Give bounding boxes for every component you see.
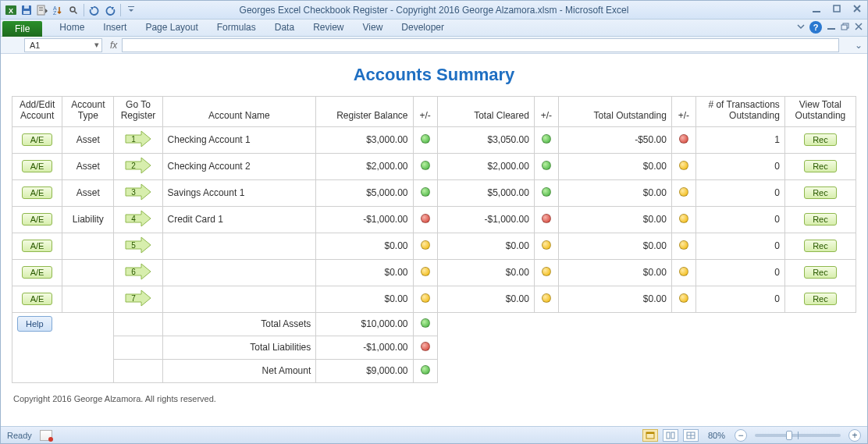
close-doc-icon[interactable] (855, 22, 863, 33)
view-outstanding-button[interactable]: Rec (804, 240, 837, 252)
minimize-icon[interactable] (809, 2, 824, 15)
header-view: View Total Outstanding (784, 97, 856, 127)
qat-dropdown-icon[interactable] (124, 3, 138, 17)
account-type-cell: Asset (62, 179, 114, 206)
register-balance-cell: $2,000.00 (316, 153, 413, 179)
copyright-text: Copyright 2016 George Alzamora. All righ… (13, 394, 855, 403)
status-dot-icon (679, 267, 688, 276)
transactions-outstanding-cell: 1 (695, 126, 784, 153)
macro-record-icon[interactable] (40, 430, 52, 441)
formula-input[interactable] (122, 38, 839, 52)
svg-rect-28 (671, 432, 674, 439)
status-dot-icon (421, 293, 430, 303)
view-pagebreak-button[interactable] (683, 429, 699, 442)
file-tab[interactable]: File (2, 21, 42, 37)
total-outstanding-cell: $0.00 (558, 286, 671, 312)
titlebar: X AZ Georges Excel Checkbook Register - … (1, 1, 867, 20)
view-outstanding-button[interactable]: Rec (804, 133, 837, 146)
help-icon[interactable]: ? (809, 21, 822, 34)
view-normal-button[interactable] (642, 429, 658, 442)
total-cleared-cell: $0.00 (437, 286, 534, 312)
header-goto: Go To Register (114, 97, 162, 127)
status-dot-icon (679, 240, 688, 250)
restore-icon[interactable] (830, 2, 844, 15)
tab-page-layout[interactable]: Page Layout (136, 20, 207, 36)
status-dot-icon (421, 187, 430, 197)
table-header-row: Add/Edit Account Account Type Go To Regi… (12, 97, 856, 127)
sort-asc-icon[interactable]: AZ (51, 3, 65, 17)
register-balance-cell: $5,000.00 (316, 179, 413, 206)
account-name-cell: Savings Account 1 (162, 179, 316, 206)
excel-icon[interactable]: X (4, 3, 18, 17)
register-balance-cell: $0.00 (316, 286, 413, 312)
svg-rect-17 (841, 25, 847, 30)
ribbon-caret-icon[interactable] (797, 22, 805, 33)
svg-rect-15 (827, 28, 835, 30)
add-edit-button[interactable]: A/E (22, 160, 53, 172)
formula-expand-icon[interactable]: ⌄ (855, 40, 863, 51)
save-icon[interactable] (20, 3, 34, 17)
fx-label[interactable]: fx (110, 40, 117, 51)
ribbon: File HomeInsertPage LayoutFormulasDataRe… (1, 20, 867, 37)
tab-developer[interactable]: Developer (392, 20, 454, 36)
quick-access-toolbar: X AZ (4, 3, 138, 17)
status-dot-icon (421, 134, 430, 144)
goto-register-button[interactable]: 5 (124, 236, 152, 254)
add-edit-button[interactable]: A/E (22, 293, 53, 305)
tab-home[interactable]: Home (50, 20, 94, 36)
status-dot-icon (421, 161, 430, 170)
add-edit-button[interactable]: A/E (22, 213, 53, 226)
page-title: Accounts Summary (12, 65, 856, 85)
add-edit-button[interactable]: A/E (22, 133, 53, 146)
view-outstanding-button[interactable]: Rec (804, 293, 837, 305)
transactions-outstanding-cell: 0 (695, 233, 784, 259)
add-edit-button[interactable]: A/E (22, 266, 53, 279)
chevron-down-icon[interactable]: ▾ (94, 40, 99, 50)
view-pagelayout-button[interactable] (663, 429, 678, 442)
total-cleared-cell: $0.00 (437, 259, 534, 286)
view-outstanding-button[interactable]: Rec (804, 213, 837, 226)
zoom-in-button[interactable]: + (848, 429, 861, 442)
status-dot-icon (679, 293, 688, 303)
status-dot-icon (542, 161, 551, 170)
tab-view[interactable]: View (354, 20, 393, 36)
zoom-slider[interactable] (755, 434, 841, 437)
view-outstanding-button[interactable]: Rec (804, 186, 837, 199)
name-box[interactable]: A1 ▾ (24, 38, 102, 52)
undo-icon[interactable] (87, 3, 101, 17)
register-balance-cell: $0.00 (316, 259, 413, 286)
goto-register-button[interactable]: 3 (124, 183, 152, 201)
goto-register-button[interactable]: 6 (124, 263, 152, 280)
find-icon[interactable] (66, 3, 80, 17)
transactions-outstanding-cell: 0 (695, 259, 784, 286)
total-cleared-cell: $3,050.00 (437, 126, 534, 153)
svg-text:1: 1 (131, 135, 136, 144)
goto-register-button[interactable]: 1 (124, 130, 152, 147)
status-dot-icon (542, 214, 551, 223)
formula-bar: A1 ▾ fx ⌄ (1, 37, 867, 54)
add-edit-button[interactable]: A/E (22, 240, 53, 252)
goto-register-button[interactable]: 4 (124, 210, 152, 227)
restore-doc-icon[interactable] (841, 22, 850, 33)
tab-data[interactable]: Data (265, 20, 304, 36)
account-type-cell (62, 259, 114, 286)
close-icon[interactable] (850, 2, 864, 15)
header-pm1: +/- (413, 97, 437, 127)
help-button[interactable]: Help (17, 316, 52, 332)
zoom-out-button[interactable]: − (735, 429, 747, 442)
transactions-outstanding-cell: 0 (695, 153, 784, 179)
redo-icon[interactable] (103, 3, 117, 17)
tab-insert[interactable]: Insert (94, 20, 136, 36)
total-cleared-cell: -$1,000.00 (437, 206, 534, 233)
header-ntrans: # of Transactions Outstanding (695, 97, 784, 127)
tab-formulas[interactable]: Formulas (208, 20, 265, 36)
add-edit-button[interactable]: A/E (22, 186, 53, 199)
view-outstanding-button[interactable]: Rec (804, 160, 837, 172)
qat-menu-1[interactable] (35, 3, 49, 17)
tab-review[interactable]: Review (304, 20, 353, 36)
zoom-percent[interactable]: 80% (708, 431, 725, 440)
goto-register-button[interactable]: 7 (124, 289, 152, 307)
goto-register-button[interactable]: 2 (124, 157, 152, 174)
minimize-doc-icon[interactable] (827, 22, 836, 33)
view-outstanding-button[interactable]: Rec (804, 266, 837, 279)
